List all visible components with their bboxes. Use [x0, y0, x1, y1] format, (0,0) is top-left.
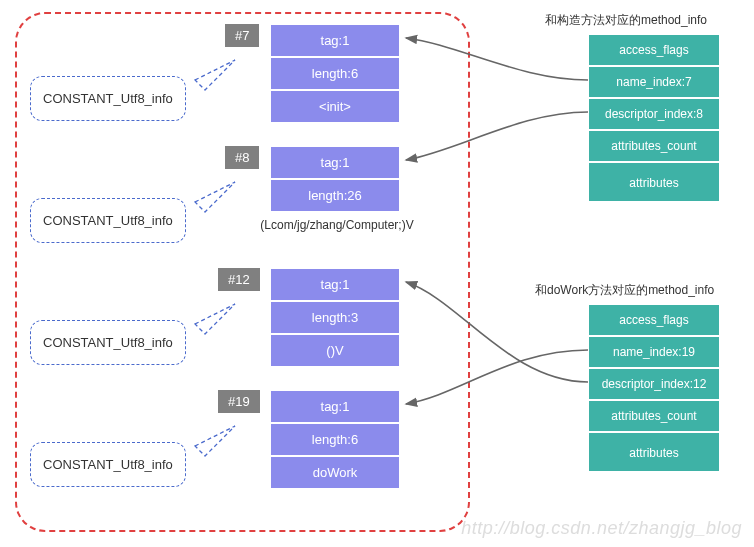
length-row: length:3	[270, 301, 400, 334]
method-info-2-title: 和doWork方法对应的method_info	[535, 282, 714, 299]
callout-utf8-1: CONSTANT_Utf8_info	[30, 76, 186, 121]
callout-utf8-4: CONSTANT_Utf8_info	[30, 442, 186, 487]
method-info-block-1: access_flags name_index:7 descriptor_ind…	[588, 34, 720, 202]
length-row: length:6	[270, 57, 400, 90]
mi-row-name-index: name_index:19	[588, 336, 720, 368]
constant-block-8: tag:1 length:26	[270, 146, 400, 212]
mi-row-attributes-count: attributes_count	[588, 130, 720, 162]
constant-block-7: tag:1 length:6 <init>	[270, 24, 400, 123]
tag-row: tag:1	[270, 390, 400, 423]
index-badge-12: #12	[218, 268, 260, 291]
method-info-1-title: 和构造方法对应的method_info	[545, 12, 707, 29]
index-badge-7: #7	[225, 24, 259, 47]
mi-row-access-flags: access_flags	[588, 34, 720, 66]
tag-row: tag:1	[270, 24, 400, 57]
callout-utf8-3: CONSTANT_Utf8_info	[30, 320, 186, 365]
index-badge-19: #19	[218, 390, 260, 413]
mi-row-name-index: name_index:7	[588, 66, 720, 98]
constant-block-19: tag:1 length:6 doWork	[270, 390, 400, 489]
mi-row-attributes-count: attributes_count	[588, 400, 720, 432]
mi-row-attributes: attributes	[588, 162, 720, 202]
mi-row-attributes: attributes	[588, 432, 720, 472]
method-info-block-2: access_flags name_index:19 descriptor_in…	[588, 304, 720, 472]
length-row: length:6	[270, 423, 400, 456]
mi-row-descriptor-index: descriptor_index:8	[588, 98, 720, 130]
tag-row: tag:1	[270, 146, 400, 179]
constant-block-12: tag:1 length:3 ()V	[270, 268, 400, 367]
tag-row: tag:1	[270, 268, 400, 301]
watermark: http://blog.csdn.net/zhangjg_blog	[461, 518, 742, 539]
callout-utf8-2: CONSTANT_Utf8_info	[30, 198, 186, 243]
value-row: doWork	[270, 456, 400, 489]
value-row: ()V	[270, 334, 400, 367]
mi-row-access-flags: access_flags	[588, 304, 720, 336]
value-row: <init>	[270, 90, 400, 123]
length-row: length:26	[270, 179, 400, 212]
index-badge-8: #8	[225, 146, 259, 169]
mi-row-descriptor-index: descriptor_index:12	[588, 368, 720, 400]
value-row: (Lcom/jg/zhang/Computer;)V	[252, 218, 422, 232]
